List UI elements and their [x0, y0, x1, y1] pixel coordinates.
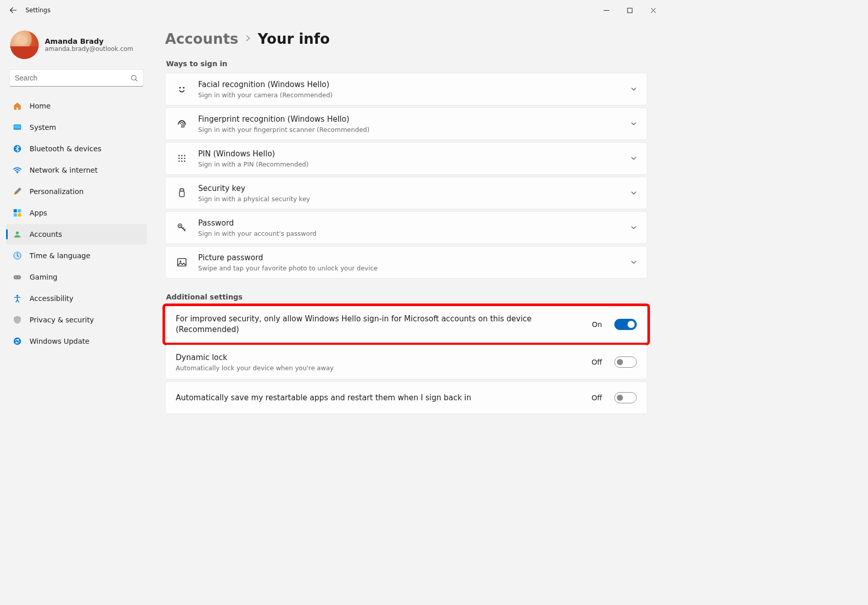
maximize-button[interactable]: [618, 0, 641, 20]
signin-pin[interactable]: PIN (Windows Hello) Sign in with a PIN (…: [165, 142, 647, 175]
search-icon: [130, 74, 138, 82]
svg-rect-32: [178, 259, 186, 266]
setting-sub: Automatically lock your device when you'…: [176, 364, 582, 372]
nav-label: Personalization: [30, 187, 84, 196]
signin-password[interactable]: Password Sign in with your account's pas…: [165, 211, 647, 244]
card-title: PIN (Windows Hello): [198, 149, 621, 159]
toggle-state-label: On: [592, 320, 602, 328]
svg-rect-0: [628, 8, 632, 13]
window-controls: [594, 0, 665, 20]
profile-name: Amanda Brady: [45, 37, 133, 45]
svg-rect-8: [14, 213, 17, 216]
bluetooth-icon: [12, 144, 22, 154]
nav-apps[interactable]: Apps: [6, 203, 147, 223]
svg-point-16: [14, 338, 21, 345]
nav-timelang[interactable]: Time & language: [6, 245, 147, 266]
toggle-hello-only[interactable]: [614, 319, 637, 330]
nav-accounts[interactable]: Accounts: [6, 224, 147, 244]
breadcrumb-parent[interactable]: Accounts: [165, 31, 238, 47]
svg-rect-12: [14, 275, 21, 279]
setting-dynamic-lock: Dynamic lock Automatically lock your dev…: [165, 345, 647, 379]
face-icon: [175, 82, 189, 96]
toggle-autosave-apps[interactable]: [614, 392, 637, 403]
accounts-icon: [12, 229, 22, 239]
svg-point-20: [181, 155, 182, 156]
back-button[interactable]: [3, 0, 23, 20]
toggle-state-label: Off: [591, 394, 602, 402]
setting-title: Dynamic lock: [176, 352, 582, 363]
nav-label: Time & language: [30, 252, 90, 260]
setting-hello-only: For improved security, only allow Window…: [165, 306, 647, 343]
search-box[interactable]: [9, 69, 144, 87]
nav-network[interactable]: Network & internet: [6, 160, 147, 180]
network-icon: [12, 165, 22, 175]
key-icon: [175, 221, 189, 235]
breadcrumb: Accounts Your info: [165, 31, 647, 47]
nav-personalization[interactable]: Personalization: [6, 181, 147, 202]
nav-label: Bluetooth & devices: [30, 145, 101, 153]
nav-label: System: [30, 123, 56, 131]
svg-point-23: [181, 158, 182, 159]
svg-point-14: [18, 277, 19, 278]
nav-privacy[interactable]: Privacy & security: [6, 310, 147, 330]
section-signin-label: Ways to sign in: [166, 60, 647, 68]
svg-point-31: [179, 225, 181, 227]
card-title: Fingerprint recognition (Windows Hello): [198, 114, 621, 125]
signin-securitykey[interactable]: Security key Sign in with a physical sec…: [165, 177, 647, 209]
nav-label: Network & internet: [30, 166, 98, 174]
card-title: Picture password: [198, 253, 621, 263]
avatar: [10, 31, 39, 59]
svg-rect-3: [14, 125, 21, 129]
signin-fingerprint[interactable]: Fingerprint recognition (Windows Hello) …: [165, 107, 647, 140]
svg-point-17: [179, 87, 181, 89]
usb-icon: [175, 186, 189, 200]
svg-point-27: [184, 160, 185, 161]
chevron-down-icon: [631, 188, 637, 198]
svg-point-33: [180, 261, 181, 262]
personalization-icon: [12, 186, 22, 197]
setting-title: Automatically save my restartable apps a…: [176, 393, 582, 403]
card-sub: Sign in with a PIN (Recommended): [198, 160, 621, 168]
svg-point-24: [184, 158, 185, 159]
signin-picture[interactable]: Picture password Swipe and tap your favo…: [165, 246, 647, 279]
breadcrumb-current: Your info: [258, 31, 330, 47]
profile-block[interactable]: Amanda Brady amanda.brady@outlook.com: [4, 23, 149, 66]
svg-point-25: [178, 160, 179, 161]
chevron-down-icon: [631, 154, 637, 163]
update-icon: [12, 336, 22, 346]
system-icon: [12, 122, 22, 132]
minimize-icon: [604, 8, 609, 13]
svg-rect-28: [180, 189, 183, 191]
main-content[interactable]: Accounts Your info Ways to sign in Facia…: [153, 20, 668, 465]
svg-point-15: [16, 295, 18, 297]
card-sub: Sign in with a physical security key: [198, 195, 621, 203]
profile-text: Amanda Brady amanda.brady@outlook.com: [45, 37, 133, 52]
svg-point-5: [17, 172, 18, 173]
nav-label: Windows Update: [30, 337, 90, 345]
minimize-button[interactable]: [594, 0, 618, 20]
svg-rect-7: [18, 209, 21, 212]
section-additional-label: Additional settings: [166, 293, 647, 301]
nav-gaming[interactable]: Gaming: [6, 267, 147, 287]
nav-update[interactable]: Windows Update: [6, 331, 147, 351]
maximize-icon: [627, 8, 633, 13]
nav-system[interactable]: System: [6, 117, 147, 138]
window-title: Settings: [25, 7, 50, 14]
search-input[interactable]: [15, 74, 130, 82]
nav-home[interactable]: Home: [6, 96, 147, 116]
card-title: Password: [198, 218, 621, 229]
svg-point-10: [16, 231, 19, 234]
nav-accessibility[interactable]: Accessibility: [6, 288, 147, 309]
svg-point-19: [178, 155, 179, 156]
card-sub: Sign in with your camera (Recommended): [198, 91, 621, 99]
card-sub: Swipe and tap your favorite photo to unl…: [198, 264, 621, 272]
nav-label: Home: [30, 102, 50, 110]
svg-point-26: [181, 160, 182, 161]
svg-point-21: [184, 155, 185, 156]
chevron-down-icon: [631, 85, 637, 94]
close-button[interactable]: [641, 0, 665, 20]
toggle-dynamic-lock[interactable]: [614, 356, 637, 368]
signin-facial[interactable]: Facial recognition (Windows Hello) Sign …: [165, 73, 647, 105]
nav-bluetooth[interactable]: Bluetooth & devices: [6, 139, 147, 159]
card-title: Security key: [198, 183, 621, 194]
